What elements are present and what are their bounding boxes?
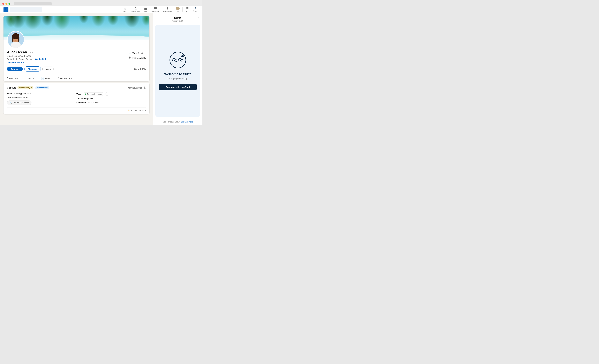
nav-label-surfe: Surfe <box>194 10 197 12</box>
traffic-light-yellow[interactable] <box>5 3 7 5</box>
nav-label-my-network: My Network <box>132 11 140 12</box>
new-deal-button[interactable]: $ New Deal <box>7 77 22 80</box>
contact-left: Email: ocean@gmail.com Phone: 06 89 34 5… <box>7 92 77 105</box>
svg-point-0 <box>177 7 178 9</box>
add-remove-fields-button[interactable]: ✏️ Add/remove fields <box>128 109 146 111</box>
profile-avatar <box>7 31 25 48</box>
surfe-panel-title: Surfe <box>172 16 183 20</box>
work-icon <box>186 7 189 10</box>
connections-count[interactable]: 500+ connections <box>7 61 47 63</box>
notes-icon: 📄 <box>41 77 44 80</box>
nav-item-jobs[interactable]: Jobs <box>142 6 149 13</box>
company-item: Wave Studio <box>128 51 146 55</box>
profile-area: Alice Ocean · 2nd Sales Executive France… <box>0 13 153 125</box>
svg-rect-7 <box>12 36 13 42</box>
connection-degree: · 2nd <box>28 51 33 54</box>
wave-white <box>3 35 150 40</box>
surfe-content-card: Welcome to Surfe Let's get you moving! C… <box>155 25 200 117</box>
surfe-header: Surfe Version v2.0.0 ✕ <box>153 13 203 23</box>
nav-label-work: Work <box>185 11 189 12</box>
home-icon: ⌂ <box>124 7 126 10</box>
contact-card: Contact Opportunity ▾ Interested ▾ Marti… <box>3 83 150 114</box>
message-button[interactable]: Message <box>24 66 41 71</box>
education-name: First University <box>132 57 146 59</box>
url-bar[interactable] <box>14 2 52 5</box>
svg-rect-8 <box>18 36 19 42</box>
company-field-contact: Company: Wave Studio <box>77 102 146 104</box>
nav-item-work[interactable]: Work <box>184 6 191 13</box>
surfe-close-button[interactable]: ✕ <box>197 16 200 19</box>
svg-point-9 <box>14 38 15 39</box>
nav-item-home[interactable]: ⌂ Home <box>121 6 129 13</box>
chevron-down-icon: ▾ <box>31 87 32 89</box>
avatar-container <box>7 31 25 48</box>
tasks-button[interactable]: ✓ Tasks <box>22 77 37 80</box>
task-pill[interactable]: Sales call - 4 days <box>83 92 104 96</box>
svg-point-10 <box>17 38 18 39</box>
surfe-version: Version v2.0.0 <box>172 20 183 22</box>
email-field: Email: ocean@gmail.com <box>7 92 77 95</box>
continue-hubspot-button[interactable]: Continue with HubSpot <box>159 84 197 90</box>
profile-text-area: Alice Ocean · 2nd Sales Executive France… <box>7 40 146 63</box>
contact-header: Contact Opportunity ▾ Interested ▾ Marti… <box>7 86 146 89</box>
contact-details: Email: ocean@gmail.com Phone: 06 89 34 5… <box>7 92 146 105</box>
opportunity-badge[interactable]: Opportunity ▾ <box>18 86 33 89</box>
nav-item-surfe[interactable]: S Surfe <box>192 6 199 13</box>
nav-label-me: Me <box>177 11 179 12</box>
surfe-title-area: Surfe Version v2.0.0 <box>172 16 183 22</box>
connect-crm-link[interactable]: Connect here <box>181 121 193 123</box>
add-fields-row: ✏️ Add/remove fields <box>7 107 146 111</box>
profile-left: Alice Ocean · 2nd Sales Executive France… <box>7 50 47 63</box>
svg-point-13 <box>144 88 145 89</box>
education-icon <box>128 56 131 60</box>
nav-item-notifications[interactable]: Notifications <box>161 6 174 13</box>
find-email-phone-button[interactable]: 🔍 Find email & phone <box>7 100 31 105</box>
wave-icon <box>128 51 131 55</box>
nav-item-me[interactable]: Me <box>174 6 181 13</box>
phone-field: Phone: 06 89 34 56 76 <box>7 97 77 99</box>
profile-right: Wave Studio First University <box>128 50 146 60</box>
jobs-icon <box>144 7 147 10</box>
more-button[interactable]: More <box>42 67 54 71</box>
nav-item-messaging[interactable]: Messaging <box>150 6 161 13</box>
surfe-nav-icon: S <box>194 7 196 10</box>
surfe-welcome-title: Welcome to Surfe <box>164 72 191 76</box>
contact-right: Task: Sales call - 4 days + Last activit… <box>77 92 146 105</box>
refresh-icon: ↻ <box>58 77 59 80</box>
check-circle-icon: ✓ <box>25 77 27 80</box>
surfe-footer: Using another CRM? Connect here <box>153 118 203 125</box>
profile-location: Paris, Île-de-France, France · Contact i… <box>7 58 47 60</box>
search-bar[interactable] <box>10 7 42 12</box>
update-crm-button[interactable]: ↻ Update CRM <box>54 77 76 80</box>
task-field: Task: Sales call - 4 days + <box>77 92 146 96</box>
traffic-light-green[interactable] <box>9 3 10 5</box>
interested-badge[interactable]: Interested ▾ <box>35 86 49 89</box>
chevron-down-icon-2: ▾ <box>46 87 47 89</box>
my-network-icon <box>134 7 137 10</box>
add-task-button[interactable]: + <box>105 92 108 96</box>
surfe-welcome-subtitle: Let's get you moving! <box>167 77 188 80</box>
edit-icon: ✏️ <box>128 109 130 111</box>
company-name: Wave Studio <box>132 52 144 54</box>
action-buttons: Connect Message More Go to CRM › <box>7 66 146 71</box>
traffic-light-red[interactable] <box>2 3 4 5</box>
notes-button[interactable]: 📄 Notes <box>37 77 54 80</box>
search-icon: 🔍 <box>9 102 12 104</box>
svg-point-16 <box>182 55 184 56</box>
svg-point-17 <box>183 56 184 57</box>
profile-name-row: Alice Ocean · 2nd <box>7 50 47 54</box>
last-activity-field: Last activity: now <box>77 98 146 100</box>
navbar-nav: ⌂ Home My Network Jobs <box>121 6 199 13</box>
owner-avatar-icon <box>143 86 146 89</box>
go-to-crm-button[interactable]: Go to CRM › <box>134 68 146 70</box>
profile-title: Sales Executive France <box>7 55 47 57</box>
contact-info-link[interactable]: Contact info <box>35 58 47 60</box>
owner-name: Martin Kaufman <box>128 86 146 89</box>
connect-button[interactable]: Connect <box>7 67 23 71</box>
nav-item-my-network[interactable]: My Network <box>130 6 142 13</box>
cover-image <box>3 16 150 40</box>
navbar: in ⌂ Home My Network <box>0 6 203 13</box>
chevron-right-icon: › <box>145 68 146 70</box>
profile-info: Alice Ocean · 2nd Sales Executive France… <box>3 40 150 75</box>
notifications-icon <box>166 7 169 10</box>
